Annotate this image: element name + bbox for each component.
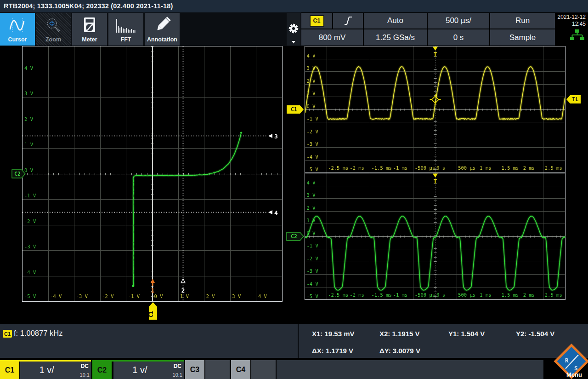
channel-label-c3: C3 <box>185 360 204 379</box>
marker-overlay: C2C1C2TLC1 <box>0 0 588 379</box>
channel-probe: 10:1 <box>80 372 90 378</box>
channel-settings-c2[interactable]: 1 v/DC10:1 <box>113 362 184 379</box>
channel-bar-filler <box>277 360 543 379</box>
channel-bar: C11 v/DC10:1C21 v/DC10:1C3C4 <box>0 360 588 379</box>
svg-text:TL: TL <box>572 96 579 103</box>
svg-text:C2: C2 <box>14 171 21 177</box>
channel-scale: 1 v/ <box>113 365 166 375</box>
cursor-result: X1: 19.53 mV <box>312 330 355 338</box>
ch1-position-marker[interactable]: C1 <box>287 105 304 114</box>
cursor-result: Y2: -1.504 V <box>516 330 554 338</box>
channel-label-c2: C2 <box>92 362 112 379</box>
oscilloscope-screen: RTB2004; 1333.1005K04; 202332 (02.400 20… <box>0 0 588 379</box>
measurement-divider <box>298 324 299 358</box>
measurement-source-badge: C1 <box>3 330 12 338</box>
channel-block-c3[interactable]: C3 <box>185 360 231 379</box>
ch2-position-marker[interactable]: C2 <box>287 232 304 241</box>
xy-c1-axis-marker[interactable]: C1 <box>148 302 157 320</box>
channel-block-c2[interactable]: C21 v/DC10:1 <box>92 360 185 379</box>
channel-probe: 10:1 <box>173 372 182 378</box>
svg-text:C2: C2 <box>291 233 297 240</box>
svg-text:R: R <box>565 357 569 364</box>
channel-coupling: DC <box>174 363 181 369</box>
channel-scale: 1 v/ <box>20 365 74 375</box>
cursor-result: ΔY: 3.0079 V <box>379 347 420 355</box>
channel-settings-c4[interactable] <box>251 360 276 379</box>
menu-button[interactable]: Menu <box>566 371 582 378</box>
svg-text:S: S <box>574 365 578 372</box>
cursor-result: ΔX: 1.1719 V <box>312 347 353 355</box>
channel-label-c4: C4 <box>231 360 250 379</box>
cursor-result: X2: 1.1915 V <box>379 330 420 338</box>
channel-coupling: DC <box>81 363 89 369</box>
svg-text:C1: C1 <box>148 311 154 317</box>
channel-block-c4[interactable]: C4 <box>231 360 277 379</box>
channel-label-c1: C1 <box>0 362 19 379</box>
xy-c2-position-marker[interactable]: C2 <box>12 170 25 178</box>
cursor-result: Y1: 1.504 V <box>448 330 485 338</box>
measurement-strip: C1 f: 1.00877 kHz X1: 19.53 mVX2: 1.1915… <box>0 324 588 358</box>
measurement-value: f: 1.00877 kHz <box>14 329 62 338</box>
channel-settings-c1[interactable]: 1 v/DC10:1 <box>20 362 91 379</box>
channel-settings-c3[interactable] <box>205 360 230 379</box>
channel-block-c1[interactable]: C11 v/DC10:1 <box>0 360 92 379</box>
trigger-level-marker[interactable]: TL <box>566 95 581 103</box>
svg-text:C1: C1 <box>291 106 297 113</box>
